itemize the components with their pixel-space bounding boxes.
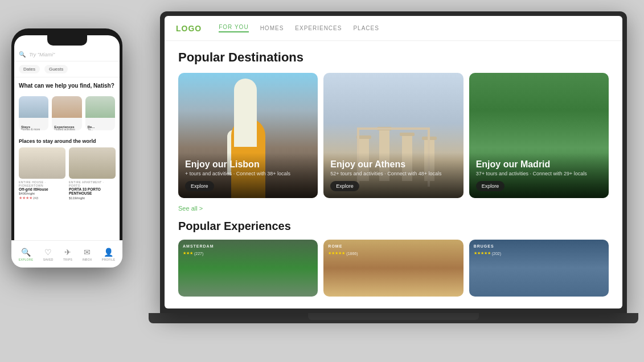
exp-amsterdam-bg: [178, 240, 318, 297]
exp-card-amsterdam[interactable]: AMSTERDAM ★★★ (227): [178, 240, 318, 297]
phone: 🔍 Try "Miami" Dates Guests What can we h…: [11, 28, 122, 268]
exp-amsterdam-rating: ★★★ (227): [183, 251, 203, 256]
dest-athens-overlay: Enjoy our Athens 52+ tours and activitie…: [323, 153, 463, 198]
phone-listing-1-stars: ★★★★: [19, 196, 32, 200]
phone-notch: [47, 35, 87, 46]
phone-nav-saved[interactable]: ♡ SAVED: [43, 248, 54, 261]
phone-tab-guests[interactable]: Guests: [44, 65, 68, 73]
phone-listing-1-price: $400/night: [19, 192, 65, 195]
laptop-body: LOGO FOR YOU HOMES EXPERIENCES PLACES Po…: [160, 11, 627, 313]
phone-listing-1-rating: ★★★★ 243: [19, 196, 65, 200]
phone-places-title: Places to stay around the world: [14, 135, 120, 147]
exp-rome-rating: ★★★★★ (1866): [328, 251, 358, 256]
phone-cat-exp-sublabel: Hosted activities: [54, 127, 75, 130]
dest-lisbon-explore-btn[interactable]: Explore: [185, 181, 214, 191]
dest-lisbon-overlay: Enjoy our Lisbon + tours and activities …: [178, 153, 318, 198]
phone-nav-explore[interactable]: 🔍 EXPLORE: [19, 248, 34, 261]
exp-rome-bg: [323, 240, 463, 297]
see-all-link[interactable]: See all >: [178, 205, 609, 212]
nav-link-places[interactable]: PLACES: [353, 25, 379, 31]
exp-bruges-stars: ★★★★★: [474, 251, 491, 256]
phone-listings: ENTIRE HOUSE · PIONEERTOWN Off-grid ittH…: [14, 147, 120, 201]
dest-madrid-title: Enjoy our Madrid: [476, 159, 602, 170]
phone-nav-saved-label: SAVED: [43, 258, 54, 261]
dest-athens-subtitle: 52+ tours and activities · Connect with …: [330, 171, 456, 176]
nav-link-homes[interactable]: HOMES: [260, 25, 284, 31]
pillar-top-1: [356, 135, 371, 139]
laptop-screen: LOGO FOR YOU HOMES EXPERIENCES PLACES Po…: [165, 16, 622, 308]
phone-nav-trips-label: TRIPS: [63, 258, 72, 261]
dest-madrid-overlay: Enjoy our Madrid 37+ tours and activitie…: [469, 153, 609, 198]
phone-bottom-nav: 🔍 EXPLORE ♡ SAVED ✈ TRIPS ✉ INBOX 👤: [14, 240, 120, 261]
phone-cat-stays-sublabel: Homes & more: [21, 127, 40, 130]
phone-cat-re[interactable]: Re... To...: [85, 96, 115, 130]
dest-athens-explore-btn[interactable]: Explore: [330, 181, 359, 191]
phone-screen: 🔍 Try "Miami" Dates Guests What can we h…: [14, 35, 120, 261]
scene: LOGO FOR YOU HOMES EXPERIENCES PLACES Po…: [0, 0, 644, 362]
dest-athens-title: Enjoy our Athens: [330, 159, 456, 170]
dest-card-lisbon[interactable]: Enjoy our Lisbon + tours and activities …: [178, 73, 318, 198]
phone-cat-stays[interactable]: Stays Homes & more: [19, 96, 48, 130]
phone-listing-1[interactable]: ENTIRE HOUSE · PIONEERTOWN Off-grid ittH…: [19, 147, 65, 201]
trips-icon: ✈: [64, 248, 71, 257]
phone-nav-trips[interactable]: ✈ TRIPS: [63, 248, 72, 261]
popular-experiences-title: Popular Experiences: [178, 220, 609, 233]
dest-lisbon-title: Enjoy our Lisbon: [185, 159, 311, 170]
exp-rome-count: (1866): [346, 252, 358, 256]
destinations-grid: Enjoy our Lisbon + tours and activities …: [178, 73, 609, 198]
phone-search-placeholder: Try "Miami": [29, 52, 55, 57]
laptop: LOGO FOR YOU HOMES EXPERIENCES PLACES Po…: [160, 11, 627, 336]
phone-cat-re-sublabel: To...: [88, 127, 93, 130]
pillar-top-4: [422, 137, 437, 140]
phone-cat-stays-img: [19, 96, 48, 118]
phone-nav-inbox[interactable]: ✉ INBOX: [82, 248, 92, 261]
exp-amsterdam-city: AMSTERDAM: [183, 244, 214, 248]
pillar-top-2: [377, 127, 392, 130]
exp-rome-stars: ★★★★★: [328, 251, 345, 256]
exp-amsterdam-count: (227): [194, 252, 203, 256]
phone-listing-1-name: Off-grid ittHouse: [19, 187, 65, 192]
phone-categories: Stays Homes & more Experiences Hosted ac…: [14, 92, 120, 135]
exp-bruges-rating: ★★★★★ (202): [474, 251, 501, 256]
phone-tabs: Dates Guests: [14, 61, 120, 77]
nav-logo: LOGO: [176, 24, 202, 33]
phone-nav-profile-label: PROFILE: [102, 258, 116, 261]
phone-greeting: What can we help you find, Natish?: [14, 77, 120, 92]
phone-cat-re-img: [85, 96, 115, 118]
dest-card-madrid[interactable]: Enjoy our Madrid 37+ tours and activitie…: [469, 73, 609, 198]
dest-madrid-explore-btn[interactable]: Explore: [476, 181, 505, 191]
phone-nav-explore-label: EXPLORE: [19, 258, 34, 261]
nav-link-experiences[interactable]: EXPERIENCES: [295, 25, 342, 31]
pillar-top-3: [400, 133, 415, 136]
exp-bruges-count: (202): [492, 252, 501, 256]
search-icon: 🔍: [19, 51, 26, 57]
phone-listing-2-img: [69, 147, 116, 179]
dest-lisbon-subtitle: + tours and activities · Connect with 38…: [185, 171, 311, 176]
exp-bruges-bg: [469, 240, 609, 297]
exp-card-bruges[interactable]: BRUGES ★★★★★ (202): [469, 240, 609, 297]
phone-tab-dates[interactable]: Dates: [19, 65, 40, 73]
phone-nav-profile[interactable]: 👤 PROFILE: [102, 248, 116, 261]
nav-link-for-you[interactable]: FOR YOU: [219, 24, 248, 32]
phone-listing-1-type: ENTIRE HOUSE · PIONEERTOWN: [19, 180, 65, 187]
phone-cat-exp-img: [52, 96, 81, 118]
phone-listing-1-img: [19, 147, 65, 179]
phone-listing-2-type: ENTIRE APARTMENT · PORTO: [69, 180, 116, 187]
phone-listing-2-price: $119/night: [69, 196, 116, 200]
dest-madrid-subtitle: 37+ tours and activities · Connect with …: [476, 171, 602, 176]
laptop-stand: [308, 313, 479, 320]
exp-card-rome[interactable]: ROME ★★★★★ (1866): [323, 240, 463, 297]
exp-bruges-city: BRUGES: [474, 244, 494, 248]
laptop-base: [149, 313, 638, 323]
saved-icon: ♡: [44, 248, 52, 257]
nav-links: FOR YOU HOMES EXPERIENCES PLACES: [219, 24, 379, 32]
phone-listing-2[interactable]: ENTIRE APARTMENT · PORTO PORTA 33 PORTO …: [69, 147, 116, 201]
phone-listing-2-name: PORTA 33 PORTO PENTHOUSE: [69, 187, 116, 196]
phone-nav-inbox-label: INBOX: [82, 258, 92, 261]
dest-card-athens[interactable]: Enjoy our Athens 52+ tours and activitie…: [323, 73, 463, 198]
phone-cat-experiences[interactable]: Experiences Hosted activities: [52, 96, 81, 130]
exp-rome-city: ROME: [328, 244, 342, 248]
laptop-nav: LOGO FOR YOU HOMES EXPERIENCES PLACES: [165, 16, 622, 41]
profile-icon: 👤: [104, 248, 113, 257]
phone-listing-1-count: 243: [33, 196, 38, 200]
